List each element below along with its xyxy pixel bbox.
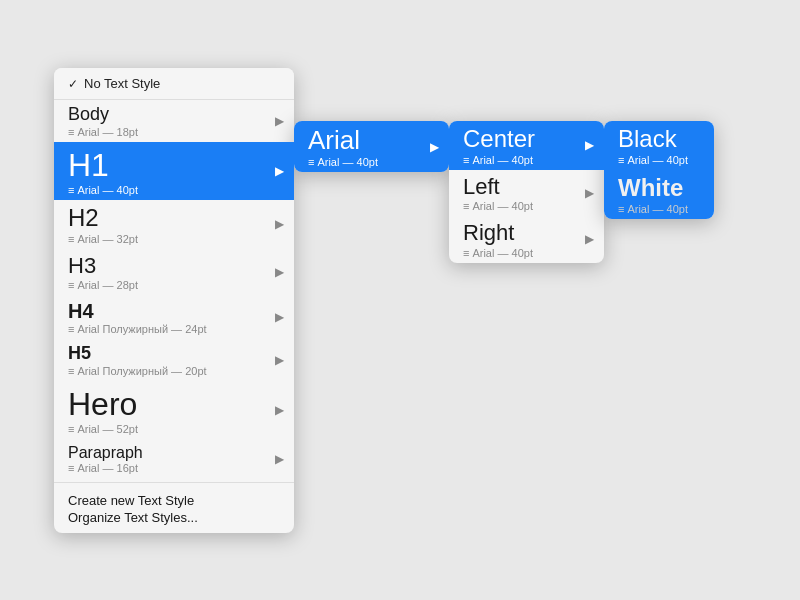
align-menu-item-right[interactable]: Right ≡ Arial — 40pt ▶ xyxy=(449,216,604,262)
menu-item-h2[interactable]: H2 ≡ Arial — 32pt ▶ xyxy=(54,200,294,249)
color-menu-item-black[interactable]: Black ≡ Arial — 40pt xyxy=(604,121,714,170)
align-arrow-left: ▶ xyxy=(585,186,594,200)
lines-icon-h2: ≡ xyxy=(68,233,74,245)
color-lines-icon-white: ≡ xyxy=(618,203,624,215)
lines-icon-h4: ≡ xyxy=(68,323,74,335)
item-subtitle-h2: ≡ Arial — 32pt xyxy=(68,233,269,245)
color-item-name-white: White xyxy=(618,174,704,203)
item-content-body: Body ≡ Arial — 18pt xyxy=(68,104,269,138)
font-item-content-arial-1: Arial ≡ Arial — 40pt xyxy=(308,125,424,168)
no-text-style-label: No Text Style xyxy=(84,76,160,91)
menu-item-body[interactable]: Body ≡ Arial — 18pt ▶ xyxy=(54,100,294,142)
align-arrow-center: ▶ xyxy=(585,138,594,152)
item-content-h1: H1 ≡ Arial — 40pt xyxy=(68,146,269,196)
organize-text-styles-link[interactable]: Organize Text Styles... xyxy=(68,510,280,525)
lines-icon-hero: ≡ xyxy=(68,423,74,435)
item-name-paragraph: Parapraph xyxy=(68,443,269,462)
item-subtitle-h1: ≡ Arial — 40pt xyxy=(68,184,269,196)
item-content-h4: H4 ≡ Arial Полужирный — 24pt xyxy=(68,299,269,335)
item-content-hero: Hero ≡ Arial — 52pt xyxy=(68,385,269,435)
font-menu-item-arial-selected[interactable]: Arial ≡ Arial — 40pt ▶ xyxy=(294,121,449,172)
align-lines-icon-center: ≡ xyxy=(463,154,469,166)
item-content-h2: H2 ≡ Arial — 32pt xyxy=(68,204,269,245)
color-item-content-black: Black ≡ Arial — 40pt xyxy=(618,125,704,166)
align-item-content-center: Center ≡ Arial — 40pt xyxy=(463,125,579,166)
item-name-h5: H5 xyxy=(68,343,269,365)
item-name-h2: H2 xyxy=(68,204,269,233)
menu-item-h5[interactable]: H5 ≡ Arial Полужирный — 20pt ▶ xyxy=(54,339,294,381)
font-item-subtitle-arial-1: ≡ Arial — 40pt xyxy=(308,156,424,168)
align-item-subtitle-left: ≡ Arial — 40pt xyxy=(463,200,579,212)
font-item-name-arial-1: Arial xyxy=(308,125,424,156)
arrow-hero: ▶ xyxy=(275,403,284,417)
color-lines-icon-black: ≡ xyxy=(618,154,624,166)
color-item-subtitle-white: ≡ Arial — 40pt xyxy=(618,203,704,215)
create-text-style-link[interactable]: Create new Text Style xyxy=(68,493,280,508)
color-item-subtitle-black: ≡ Arial — 40pt xyxy=(618,154,704,166)
item-subtitle-body: ≡ Arial — 18pt xyxy=(68,126,269,138)
menu-item-hero[interactable]: Hero ≡ Arial — 52pt ▶ xyxy=(54,381,294,439)
item-name-hero: Hero xyxy=(68,385,269,423)
arrow-h2: ▶ xyxy=(275,217,284,231)
item-name-h3: H3 xyxy=(68,253,269,279)
menu-item-paragraph[interactable]: Parapraph ≡ Arial — 16pt ▶ xyxy=(54,439,294,478)
align-item-subtitle-center: ≡ Arial — 40pt xyxy=(463,154,579,166)
align-item-name-center: Center xyxy=(463,125,579,154)
item-content-h3: H3 ≡ Arial — 28pt xyxy=(68,253,269,291)
item-name-h1: H1 xyxy=(68,146,269,184)
item-subtitle-paragraph: ≡ Arial — 16pt xyxy=(68,462,269,474)
item-content-paragraph: Parapraph ≡ Arial — 16pt xyxy=(68,443,269,474)
lines-icon-h1: ≡ xyxy=(68,184,74,196)
lines-icon-body: ≡ xyxy=(68,126,74,138)
footer-actions: Create new Text Style Organize Text Styl… xyxy=(54,487,294,529)
arrow-h4: ▶ xyxy=(275,310,284,324)
item-subtitle-hero: ≡ Arial — 52pt xyxy=(68,423,269,435)
item-name-h4: H4 xyxy=(68,299,269,323)
font-arrow-1: ▶ xyxy=(430,140,439,154)
align-submenu-panel: Center ≡ Arial — 40pt ▶ Left ≡ Arial — 4… xyxy=(449,121,604,263)
arrow-h5: ▶ xyxy=(275,353,284,367)
arrow-body: ▶ xyxy=(275,114,284,128)
arrow-h1: ▶ xyxy=(275,164,284,178)
arrow-paragraph: ▶ xyxy=(275,452,284,466)
align-lines-icon-left: ≡ xyxy=(463,200,469,212)
align-menu-item-left[interactable]: Left ≡ Arial — 40pt ▶ xyxy=(449,170,604,216)
align-item-content-left: Left ≡ Arial — 40pt xyxy=(463,174,579,212)
item-subtitle-h5: ≡ Arial Полужирный — 20pt xyxy=(68,365,269,377)
font-lines-icon-1: ≡ xyxy=(308,156,314,168)
align-lines-icon-right: ≡ xyxy=(463,247,469,259)
align-arrow-right: ▶ xyxy=(585,232,594,246)
item-content-h5: H5 ≡ Arial Полужирный — 20pt xyxy=(68,343,269,377)
align-item-name-left: Left xyxy=(463,174,579,200)
font-submenu-panel: Arial ≡ Arial — 40pt ▶ xyxy=(294,121,449,172)
align-item-name-right: Right xyxy=(463,220,579,246)
checkmark-icon: ✓ xyxy=(68,77,78,91)
dropdown-container: ✓ No Text Style Body ≡ Arial — 18pt ▶ H1… xyxy=(54,68,714,533)
item-subtitle-h3: ≡ Arial — 28pt xyxy=(68,279,269,291)
menu-divider xyxy=(54,482,294,483)
menu-item-h4[interactable]: H4 ≡ Arial Полужирный — 24pt ▶ xyxy=(54,295,294,339)
color-menu-item-white[interactable]: White ≡ Arial — 40pt xyxy=(604,170,714,219)
lines-icon-h5: ≡ xyxy=(68,365,74,377)
color-submenu-panel: Black ≡ Arial — 40pt White ≡ Arial — 40p… xyxy=(604,121,714,219)
item-name-body: Body xyxy=(68,104,269,126)
color-item-content-white: White ≡ Arial — 40pt xyxy=(618,174,704,215)
item-subtitle-h4: ≡ Arial Полужирный — 24pt xyxy=(68,323,269,335)
lines-icon-h3: ≡ xyxy=(68,279,74,291)
main-menu-panel: ✓ No Text Style Body ≡ Arial — 18pt ▶ H1… xyxy=(54,68,294,533)
menu-item-h3[interactable]: H3 ≡ Arial — 28pt ▶ xyxy=(54,249,294,295)
no-text-style-row[interactable]: ✓ No Text Style xyxy=(54,68,294,100)
menu-item-h1[interactable]: H1 ≡ Arial — 40pt ▶ xyxy=(54,142,294,200)
align-menu-item-center[interactable]: Center ≡ Arial — 40pt ▶ xyxy=(449,121,604,170)
align-item-content-right: Right ≡ Arial — 40pt xyxy=(463,220,579,258)
color-item-name-black: Black xyxy=(618,125,704,154)
align-item-subtitle-right: ≡ Arial — 40pt xyxy=(463,247,579,259)
lines-icon-paragraph: ≡ xyxy=(68,462,74,474)
arrow-h3: ▶ xyxy=(275,265,284,279)
